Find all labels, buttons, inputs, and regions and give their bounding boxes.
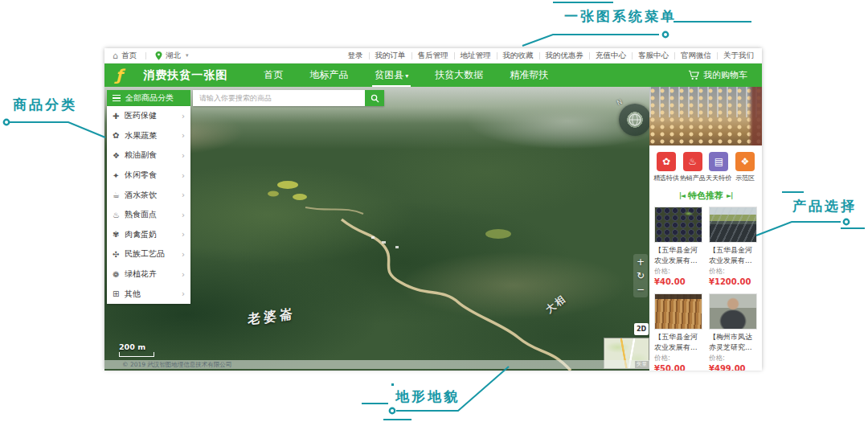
chevron-right-icon: › (182, 191, 185, 199)
category-list: ✚医药保健› ✿水果蔬菜› ❖粮油副食› ✦休闲零食› ☕酒水茶饮› ♨熟食面点… (107, 106, 190, 304)
sidebar-item-ethnic-crafts[interactable]: ✣民族工艺品› (107, 244, 190, 264)
product-price: ¥499.00 (709, 364, 757, 371)
nav-item-home[interactable]: 首页 (261, 64, 285, 87)
wechat-link[interactable]: 官网微信 (681, 51, 711, 61)
sidebar-item-drinks[interactable]: ☕酒水茶饮› (107, 185, 190, 205)
hamburger-icon (113, 95, 121, 102)
quick-cat-daily-deals[interactable]: ▤ 天天特价 (706, 152, 731, 182)
home-icon: ⌂ (113, 51, 118, 60)
login-link[interactable]: 登录 (348, 51, 363, 61)
drink-icon: ☕ (113, 191, 125, 199)
meat-icon: ✾ (113, 230, 125, 239)
search-icon (371, 94, 379, 103)
premium-icon: ✿ (657, 152, 676, 171)
location-selector[interactable]: 湖北 (166, 51, 181, 61)
app-window: ⌂ 首页 湖北 ▾ 登录 我的订单 售后管理 地址管理 我的收藏 我的优惠券 充… (104, 48, 762, 370)
nav-item-poverty-counties[interactable]: 贫困县▾ (372, 64, 411, 87)
fruit-icon: ✿ (113, 131, 125, 140)
sidebar-item-other[interactable]: ⊞其他› (107, 284, 190, 304)
sidebar-item-medicine[interactable]: ✚医药保健› (107, 106, 190, 126)
product-price: ¥1200.00 (709, 277, 757, 286)
favorites-link[interactable]: 我的收藏 (503, 51, 534, 61)
sidebar-item-cooked-food[interactable]: ♨熟食面点› (107, 205, 190, 225)
aftersales-link[interactable]: 售后管理 (418, 51, 448, 61)
section-mark-left: |◄ (679, 192, 685, 199)
chevron-right-icon: › (182, 230, 185, 239)
divider (145, 52, 146, 59)
nav-item-landmark-products[interactable]: 地标产品 (307, 64, 350, 87)
chevron-right-icon: › (182, 151, 185, 160)
quick-cat-hot[interactable]: ♨ 热销产品 (680, 152, 706, 182)
category-sidebar: 全部商品分类 ✚医药保健› ✿水果蔬菜› ❖粮油副食› ✦休闲零食› ☕酒水茶饮… (107, 90, 190, 304)
callout-system-menu: 一张图系统菜单 (564, 7, 677, 26)
product-panel: ✿ 精选特供 ♨ 热销产品 ▤ 天天特价 ❖ 示范区 (649, 87, 762, 371)
quick-categories: ✿ 精选特供 ♨ 热销产品 ▤ 天天特价 ❖ 示范区 (649, 145, 762, 182)
sidebar-item-grain-oil[interactable]: ❖粮油副食› (107, 145, 190, 166)
callout-product-categories: 商品分类 (13, 96, 77, 114)
location-pin-icon (155, 51, 162, 60)
product-price: ¥40.00 (654, 277, 702, 286)
product-image (709, 293, 757, 330)
sidebar-item-plants-flowers[interactable]: ❁绿植花卉› (107, 264, 190, 285)
reset-view-button[interactable]: ↻ (634, 270, 647, 281)
globe-icon (628, 113, 642, 127)
product-card[interactable]: 【五华县金河农业发展有... 价格: ¥40.00 (654, 207, 702, 286)
product-card[interactable]: 【五华县金河农业发展有... 价格: ¥50.00 (654, 293, 702, 371)
plant-icon: ❁ (113, 270, 125, 279)
product-price: ¥50.00 (654, 364, 702, 371)
featured-section-header: |◄ 特色推荐 ►| (649, 190, 762, 202)
search-button[interactable] (365, 90, 384, 106)
scale-bar (119, 352, 154, 357)
cart-button[interactable]: 我的购物车 (688, 69, 747, 81)
product-grid: 【五华县金河农业发展有... 价格: ¥40.00 【五华县金河农业发展有...… (649, 207, 762, 371)
quick-cat-demo-zone[interactable]: ❖ 示范区 (732, 152, 758, 182)
section-mark-right: ►| (727, 192, 732, 199)
about-link[interactable]: 关于我们 (723, 51, 754, 61)
chevron-right-icon: › (182, 211, 185, 219)
quick-cat-premium[interactable]: ✿ 精选特供 (653, 152, 679, 182)
product-card[interactable]: 【梅州市凤达赤灵芝研究... 价格: ¥499.00 (709, 293, 757, 371)
nav-item-targeted-support[interactable]: 精准帮扶 (507, 64, 551, 87)
zoom-out-button[interactable]: − (634, 284, 647, 295)
compass-control[interactable]: N (619, 104, 649, 136)
callout-terrain: 地形地貌 (395, 387, 460, 406)
product-image (654, 293, 702, 330)
product-card[interactable]: 【五华县金河农业发展有... 价格: ¥1200.00 (709, 207, 757, 286)
screenshot-canvas: ⌂ 首页 湖北 ▾ 登录 我的订单 售后管理 地址管理 我的收藏 我的优惠券 充… (0, 0, 868, 422)
chevron-right-icon: › (182, 131, 185, 140)
craft-icon: ✣ (113, 250, 125, 259)
chevron-right-icon: › (182, 112, 185, 121)
zoom-in-button[interactable]: + (634, 256, 647, 268)
scale-text: 200 m (119, 342, 145, 351)
coupons-link[interactable]: 我的优惠券 (546, 51, 584, 61)
utility-left: ⌂ 首页 湖北 ▾ (113, 51, 189, 61)
search-bar (193, 90, 384, 106)
callout-product-selection: 产品选择 (792, 197, 857, 215)
chevron-down-icon: ▾ (405, 72, 408, 80)
zoom-controls: + ↻ − (633, 254, 648, 297)
address-link[interactable]: 地址管理 (461, 51, 491, 61)
sidebar-item-fruits-vegetables[interactable]: ✿水果蔬菜› (107, 126, 190, 146)
cart-icon (688, 70, 699, 80)
my-orders-link[interactable]: 我的订单 (375, 51, 406, 61)
utility-bar: ⌂ 首页 湖北 ▾ 登录 我的订单 售后管理 地址管理 我的收藏 我的优惠券 充… (104, 48, 762, 64)
sidebar-item-snacks[interactable]: ✦休闲零食› (107, 166, 190, 186)
recharge-link[interactable]: 充值中心 (596, 51, 626, 61)
brand-logo-icon: ƒ (116, 68, 122, 83)
snack-icon: ✦ (113, 171, 125, 180)
brand-title[interactable]: 消费扶贫一张图 (143, 68, 227, 83)
service-link[interactable]: 客服中心 (638, 51, 669, 61)
home-link[interactable]: 首页 (121, 51, 137, 61)
chevron-down-icon: ▾ (186, 52, 189, 59)
map-2d-toggle[interactable]: 2D (634, 323, 649, 335)
sidebar-item-meat-egg-dairy[interactable]: ✾肉禽蛋奶› (107, 225, 190, 245)
nav-item-bigdata[interactable]: 扶贫大数据 (432, 64, 485, 87)
chevron-right-icon: › (182, 289, 185, 298)
map-scale: 200 m (119, 342, 154, 357)
map-copyright: © 2019 武汉智图地理信息技术有限公司 (104, 360, 649, 369)
search-input[interactable] (193, 90, 365, 106)
promo-image[interactable] (649, 87, 762, 145)
medical-icon: ✚ (113, 112, 125, 121)
nav-menu: 首页 地标产品 贫困县▾ 扶贫大数据 精准帮扶 (261, 64, 551, 87)
all-categories-header[interactable]: 全部商品分类 (107, 90, 190, 106)
